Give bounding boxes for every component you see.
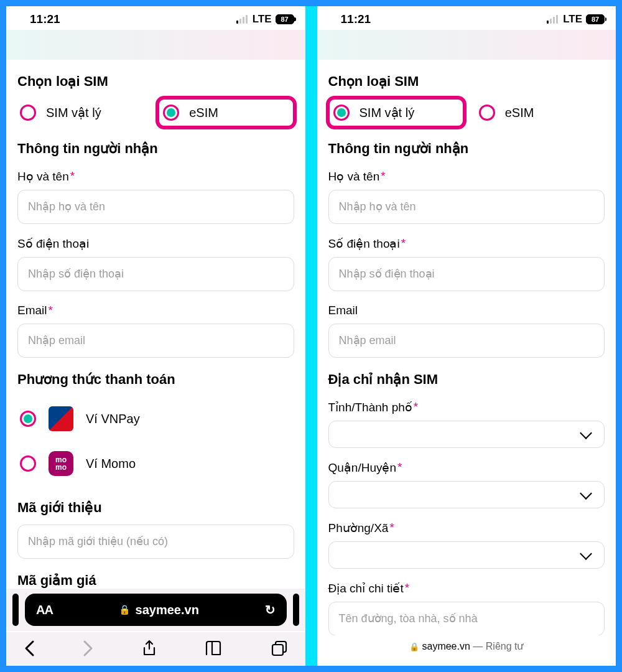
status-time: 11:21	[341, 12, 371, 26]
recipient-section-title: Thông tin người nhận	[328, 141, 605, 157]
safari-toolbar	[6, 632, 305, 666]
phone-label: Số điện thoại*	[328, 236, 605, 251]
back-icon[interactable]	[24, 640, 35, 657]
vnpay-label: Ví VNPay	[86, 412, 140, 426]
text-size-button[interactable]: AA	[36, 603, 53, 617]
phone-input[interactable]	[17, 257, 294, 291]
signal-icon	[547, 15, 558, 24]
phone-label: Số điện thoại	[17, 236, 294, 251]
sim-physical-label: SIM vật lý	[360, 105, 415, 120]
discount-section-title: Mã giảm giá	[17, 572, 294, 589]
district-select[interactable]	[328, 481, 605, 508]
payment-section-title: Phương thức thanh toán	[17, 371, 294, 388]
sim-esim-label: eSIM	[505, 106, 534, 120]
status-bar: 11:21 LTE 87	[317, 6, 616, 30]
sim-section-title: Chọn loại SIM	[328, 73, 605, 90]
district-label: Quận/Huyện*	[328, 460, 605, 475]
referral-input[interactable]	[17, 525, 294, 559]
signal-icon	[236, 15, 248, 24]
sim-section-title: Chọn loại SIM	[17, 73, 294, 90]
url-text: saymee.vn	[136, 603, 199, 617]
lock-icon: 🔒	[119, 604, 131, 615]
province-select[interactable]	[328, 421, 605, 448]
reload-icon[interactable]: ↻	[265, 602, 276, 617]
sim-option-physical[interactable]: SIM vật lý	[17, 98, 146, 127]
detail-address-input[interactable]	[328, 602, 605, 636]
address-section-title: Địa chỉ nhận SIM	[328, 371, 605, 388]
status-time: 11:21	[30, 12, 60, 26]
sim-esim-label: eSIM	[189, 106, 218, 120]
radio-checked-icon	[333, 105, 350, 121]
referral-section-title: Mã giới thiệu	[17, 500, 294, 516]
private-label: Riêng tư	[486, 641, 524, 651]
pill-edge	[12, 594, 19, 626]
name-label: Họ và tên*	[328, 169, 605, 184]
status-right: LTE 87	[547, 13, 605, 26]
radio-unchecked-icon	[20, 455, 36, 472]
svg-rect-1	[272, 645, 283, 655]
ward-label: Phường/Xã*	[328, 521, 605, 535]
recipient-section-title: Thông tin người nhận	[17, 141, 294, 157]
pill-edge	[293, 594, 299, 626]
phone-input[interactable]	[328, 257, 605, 291]
safari-minimized-bar[interactable]: 🔒 saymee.vn — Riêng tư	[317, 635, 616, 662]
battery-icon: 87	[586, 14, 605, 24]
sim-option-esim[interactable]: eSIM	[476, 98, 605, 127]
network-label: LTE	[253, 13, 272, 26]
status-right: LTE 87	[236, 13, 294, 26]
phone-left: 11:21 LTE 87 Chọn loại SIM SIM vật lý eS…	[6, 6, 305, 666]
email-label: Email	[328, 304, 605, 317]
tabs-icon[interactable]	[271, 640, 288, 657]
email-label: Email*	[17, 304, 294, 317]
momo-icon: momo	[47, 450, 75, 477]
momo-label: Ví Momo	[86, 457, 136, 471]
chevron-down-icon	[580, 487, 592, 500]
phone-right: 11:21 LTE 87 Chọn loại SIM SIM vật lý eS…	[317, 6, 616, 666]
chevron-down-icon	[580, 427, 592, 439]
sim-physical-label: SIM vật lý	[46, 105, 101, 120]
radio-unchecked-icon	[20, 105, 36, 121]
payment-option-momo[interactable]: momo Ví Momo	[17, 441, 294, 486]
name-label: Họ và tên*	[17, 169, 294, 184]
url-box[interactable]: AA 🔒saymee.vn ↻	[25, 594, 287, 626]
radio-checked-icon	[163, 105, 179, 121]
network-label: LTE	[563, 13, 582, 26]
battery-icon: 87	[276, 14, 294, 24]
header-banner	[317, 30, 616, 60]
email-input[interactable]	[328, 324, 605, 358]
share-icon[interactable]	[142, 640, 157, 657]
sim-option-esim[interactable]: eSIM	[156, 96, 296, 129]
detail-address-label: Địa chỉ chi tiết*	[328, 581, 605, 595]
header-banner	[6, 30, 305, 60]
province-label: Tỉnh/Thành phố*	[328, 400, 605, 414]
vnpay-icon	[47, 405, 75, 432]
ward-select[interactable]	[328, 541, 605, 569]
url-text: saymee.vn	[422, 641, 470, 651]
radio-unchecked-icon	[479, 105, 495, 121]
forward-icon[interactable]	[83, 640, 94, 657]
radio-checked-icon	[20, 411, 36, 427]
sim-option-physical[interactable]: SIM vật lý	[326, 96, 466, 129]
payment-option-vnpay[interactable]: Ví VNPay	[17, 396, 294, 441]
name-input[interactable]	[328, 190, 605, 224]
safari-address-bar[interactable]: AA 🔒saymee.vn ↻	[6, 589, 305, 631]
bookmarks-icon[interactable]	[205, 640, 222, 656]
lock-icon: 🔒	[409, 642, 419, 651]
chevron-down-icon	[580, 548, 592, 560]
status-bar: 11:21 LTE 87	[6, 6, 305, 30]
name-input[interactable]	[17, 190, 294, 224]
email-input[interactable]	[17, 324, 294, 358]
